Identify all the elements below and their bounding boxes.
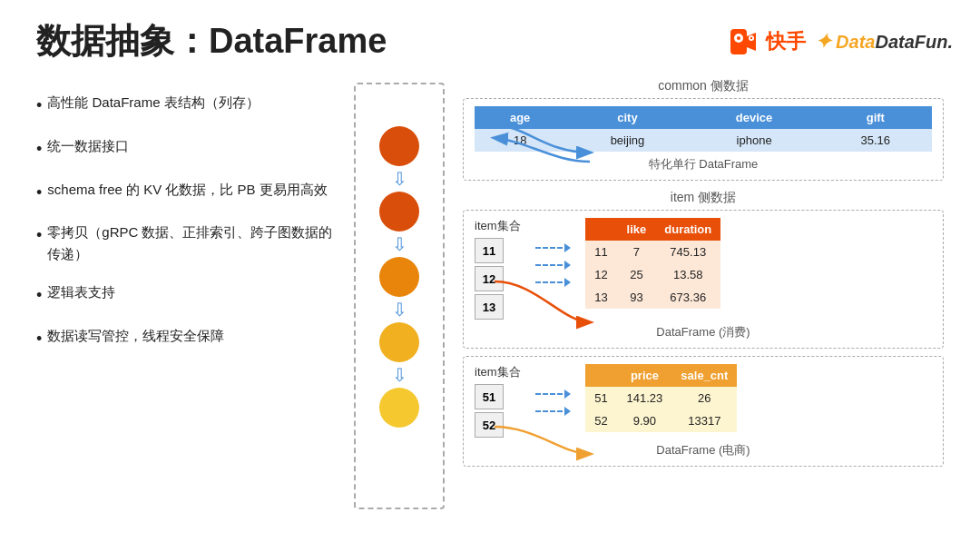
ecommerce-box: item集合 51 52	[463, 356, 944, 467]
bullets-list: 高性能 DataFrame 表结构（列存） 统一数据接口 schema free…	[36, 74, 336, 546]
cell-age: 18	[475, 129, 565, 152]
col-device: device	[690, 106, 819, 129]
arrow-3: ⇩	[392, 301, 407, 319]
consume-box: item集合 11 12 13	[463, 210, 944, 349]
consume-set-label: item集合	[475, 218, 521, 234]
arrow-4: ⇩	[392, 366, 407, 384]
consume-table-wrap: like duration 11 7 745.13	[585, 218, 721, 309]
ecommerce-r2-sale: 13317	[671, 409, 737, 432]
common-sub-label: 特化单行 DataFrame	[475, 156, 932, 172]
logo-kuaishou: 快手	[730, 28, 806, 55]
ecommerce-set-label: item集合	[475, 364, 521, 380]
arrow-11	[535, 243, 571, 252]
consume-r2-like: 25	[618, 263, 656, 286]
kuaishou-icon	[730, 29, 761, 54]
logos: 快手 ✦ DataDataFun.	[730, 28, 953, 55]
common-table: age city device gift 18 beijing iphone 3…	[475, 106, 932, 152]
id-13: 13	[475, 294, 504, 320]
ecommerce-r2-price: 9.90	[618, 409, 672, 432]
item-label: item 侧数据	[463, 190, 944, 206]
header: 数据抽象：DataFrame 快手 ✦ DataDataFun.	[0, 0, 980, 74]
cell-gift: 35.16	[819, 129, 932, 152]
consume-row-12: 12	[475, 266, 521, 291]
ecommerce-row-51: 51	[475, 384, 521, 409]
ecommerce-r2-id: 52	[585, 409, 618, 432]
ecommerce-arrows	[532, 364, 574, 416]
consume-r3-like: 93	[618, 286, 656, 309]
arrow-52	[535, 407, 571, 416]
ecommerce-sub-label: DataFrame (电商)	[475, 442, 932, 458]
consume-row-13: 13	[475, 294, 521, 320]
col-city: city	[565, 106, 689, 129]
arrow-1: ⇩	[392, 170, 407, 188]
col-gift: gift	[819, 106, 932, 129]
ecommerce-table: price sale_cnt 51 141.23 26	[585, 364, 738, 432]
ecommerce-r1-sale: 26	[671, 387, 737, 409]
col-price: price	[618, 364, 672, 387]
pipeline: ⇩ ⇩ ⇩ ⇩	[354, 83, 445, 509]
svg-point-2	[737, 36, 740, 40]
ecommerce-layout: item集合 51 52	[475, 364, 932, 438]
circle-5	[379, 388, 419, 428]
circle-2	[379, 192, 419, 232]
col-sale-cnt: sale_cnt	[671, 364, 737, 387]
consume-ids: item集合 11 12 13	[475, 218, 521, 320]
bullet-2: 统一数据接口	[36, 135, 336, 163]
arrow-51	[535, 389, 571, 399]
consume-arrows	[532, 218, 574, 287]
circle-4	[379, 322, 419, 362]
arrow-13	[535, 278, 571, 287]
consume-row-11: 11	[475, 238, 521, 263]
page-title: 数据抽象：DataFrame	[36, 18, 387, 64]
consume-r3-dur: 673.36	[655, 286, 720, 309]
common-dashed-box: age city device gift 18 beijing iphone 3…	[463, 98, 944, 181]
item-section: item 侧数据 item集合 11 12 13	[463, 190, 944, 467]
arrow-12	[535, 261, 571, 270]
kuaishou-label: 快手	[766, 28, 806, 55]
svg-point-5	[750, 36, 751, 38]
col-age: age	[475, 106, 565, 129]
diagrams: common 侧数据 age city device gift 18	[463, 74, 944, 546]
bullet-1: 高性能 DataFrame 表结构（列存）	[36, 92, 336, 119]
common-section: common 侧数据 age city device gift 18	[463, 78, 944, 181]
consume-r1-dur: 745.13	[655, 241, 720, 263]
id-52: 52	[475, 412, 504, 438]
consume-r2-id: 12	[585, 263, 618, 286]
consume-sub-label: DataFrame (消费)	[475, 324, 932, 340]
common-label: common 侧数据	[463, 78, 944, 94]
bullet-6: 数据读写管控，线程安全保障	[36, 325, 336, 352]
col-duration: duration	[655, 218, 720, 241]
arrow-2: ⇩	[392, 235, 407, 253]
ecommerce-r1-id: 51	[585, 387, 618, 409]
consume-r1-like: 7	[618, 241, 656, 263]
cell-city: beijing	[565, 129, 689, 152]
circle-3	[379, 257, 419, 297]
id-12: 12	[475, 266, 504, 291]
consume-table: like duration 11 7 745.13	[585, 218, 721, 309]
cell-device: iphone	[690, 129, 819, 152]
bullet-5: 逻辑表支持	[36, 281, 336, 309]
consume-layout: item集合 11 12 13	[475, 218, 932, 320]
ecommerce-ids: item集合 51 52	[475, 364, 521, 438]
bullet-3: schema free 的 KV 化数据，比 PB 更易用高效	[36, 179, 336, 206]
main-content: 高性能 DataFrame 表结构（列存） 统一数据接口 schema free…	[0, 74, 980, 546]
id-51: 51	[475, 384, 504, 409]
ecommerce-r1-price: 141.23	[618, 387, 672, 409]
col-like: like	[618, 218, 656, 241]
consume-r1-id: 11	[585, 241, 618, 263]
consume-r2-dur: 13.58	[655, 263, 720, 286]
ecommerce-row-52: 52	[475, 412, 521, 438]
ecommerce-table-wrap: price sale_cnt 51 141.23 26	[585, 364, 738, 432]
circle-1	[379, 126, 419, 166]
id-11: 11	[475, 238, 504, 263]
bullet-4: 零拷贝（gRPC 数据、正排索引、跨子图数据的传递）	[36, 222, 336, 265]
logo-datafun: ✦ DataDataFun.	[815, 30, 953, 54]
consume-r3-id: 13	[585, 286, 618, 309]
